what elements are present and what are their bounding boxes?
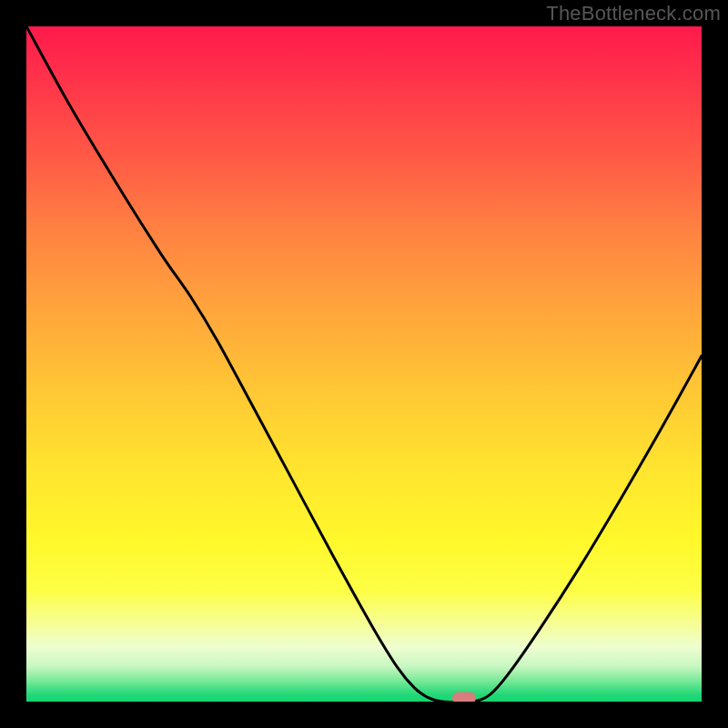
chart-frame: TheBottleneck.com bbox=[0, 0, 728, 728]
curve-path bbox=[26, 26, 702, 702]
plot-area bbox=[26, 26, 702, 702]
bottleneck-curve bbox=[26, 26, 702, 702]
attribution-label: TheBottleneck.com bbox=[546, 2, 721, 25]
optimal-point-marker bbox=[452, 693, 476, 703]
